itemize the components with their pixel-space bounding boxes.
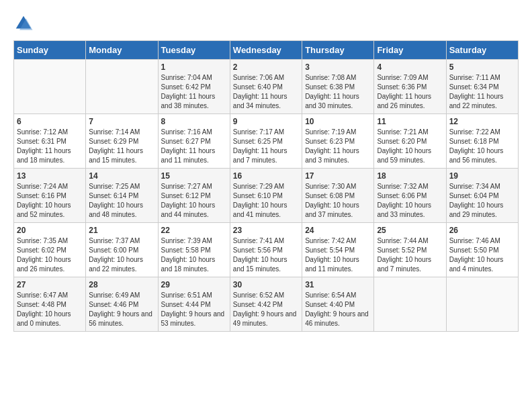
day-info: Sunrise: 7:06 AM Sunset: 6:40 PM Dayligh… — [233, 73, 299, 111]
day-number: 4 — [377, 62, 443, 72]
day-number: 20 — [17, 226, 83, 235]
calendar-cell: 13Sunrise: 7:24 AM Sunset: 6:16 PM Dayli… — [14, 169, 86, 223]
day-number: 8 — [161, 117, 227, 126]
day-number: 26 — [449, 226, 515, 235]
calendar-cell: 22Sunrise: 7:39 AM Sunset: 5:58 PM Dayli… — [158, 223, 230, 277]
day-number: 16 — [233, 171, 299, 181]
day-info: Sunrise: 7:14 AM Sunset: 6:29 PM Dayligh… — [89, 128, 154, 165]
calendar-cell: 30Sunrise: 6:52 AM Sunset: 4:42 PM Dayli… — [230, 277, 302, 332]
calendar-cell: 23Sunrise: 7:41 AM Sunset: 5:56 PM Dayli… — [230, 223, 302, 277]
header-cell-thursday: Thursday — [302, 41, 374, 60]
day-info: Sunrise: 7:32 AM Sunset: 6:06 PM Dayligh… — [377, 182, 443, 220]
day-number: 14 — [89, 171, 154, 181]
day-info: Sunrise: 7:39 AM Sunset: 5:58 PM Dayligh… — [161, 236, 227, 274]
calendar-cell: 9Sunrise: 7:17 AM Sunset: 6:25 PM Daylig… — [230, 114, 302, 169]
day-info: Sunrise: 7:44 AM Sunset: 5:52 PM Dayligh… — [377, 236, 443, 274]
header-row: SundayMondayTuesdayWednesdayThursdayFrid… — [14, 41, 519, 60]
calendar-cell: 19Sunrise: 7:34 AM Sunset: 6:04 PM Dayli… — [446, 169, 518, 223]
calendar-cell: 10Sunrise: 7:19 AM Sunset: 6:23 PM Dayli… — [302, 114, 374, 169]
day-info: Sunrise: 7:21 AM Sunset: 6:20 PM Dayligh… — [377, 128, 443, 165]
day-info: Sunrise: 7:41 AM Sunset: 5:56 PM Dayligh… — [233, 236, 299, 274]
header-cell-friday: Friday — [374, 41, 446, 60]
day-info: Sunrise: 6:54 AM Sunset: 4:40 PM Dayligh… — [305, 291, 371, 328]
header-cell-sunday: Sunday — [14, 41, 86, 60]
day-info: Sunrise: 7:17 AM Sunset: 6:25 PM Dayligh… — [233, 128, 299, 165]
calendar-cell: 11Sunrise: 7:21 AM Sunset: 6:20 PM Dayli… — [374, 114, 446, 169]
header-cell-tuesday: Tuesday — [158, 41, 230, 60]
day-number: 30 — [233, 280, 299, 289]
calendar-cell: 7Sunrise: 7:14 AM Sunset: 6:29 PM Daylig… — [86, 114, 158, 169]
day-number: 17 — [305, 171, 371, 181]
day-info: Sunrise: 7:37 AM Sunset: 6:00 PM Dayligh… — [89, 236, 154, 274]
day-info: Sunrise: 7:27 AM Sunset: 6:12 PM Dayligh… — [161, 182, 227, 220]
day-number: 22 — [161, 226, 227, 235]
logo-icon — [13, 13, 34, 34]
page-header — [13, 13, 519, 34]
day-info: Sunrise: 7:19 AM Sunset: 6:23 PM Dayligh… — [305, 128, 371, 165]
calendar-cell: 6Sunrise: 7:12 AM Sunset: 6:31 PM Daylig… — [14, 114, 86, 169]
calendar-table: SundayMondayTuesdayWednesdayThursdayFrid… — [13, 40, 519, 332]
day-number: 6 — [17, 117, 83, 126]
calendar-cell: 15Sunrise: 7:27 AM Sunset: 6:12 PM Dayli… — [158, 169, 230, 223]
day-info: Sunrise: 7:30 AM Sunset: 6:08 PM Dayligh… — [305, 182, 371, 220]
day-number: 7 — [89, 117, 154, 126]
day-info: Sunrise: 7:24 AM Sunset: 6:16 PM Dayligh… — [17, 182, 83, 220]
logo — [13, 13, 36, 34]
day-info: Sunrise: 7:35 AM Sunset: 6:02 PM Dayligh… — [17, 236, 83, 274]
calendar-cell: 24Sunrise: 7:42 AM Sunset: 5:54 PM Dayli… — [302, 223, 374, 277]
calendar-cell: 1Sunrise: 7:04 AM Sunset: 6:42 PM Daylig… — [158, 60, 230, 114]
calendar-cell — [86, 60, 158, 114]
header-cell-monday: Monday — [86, 41, 158, 60]
calendar-cell: 8Sunrise: 7:16 AM Sunset: 6:27 PM Daylig… — [158, 114, 230, 169]
calendar-cell: 12Sunrise: 7:22 AM Sunset: 6:18 PM Dayli… — [446, 114, 518, 169]
calendar-cell: 25Sunrise: 7:44 AM Sunset: 5:52 PM Dayli… — [374, 223, 446, 277]
day-number: 1 — [161, 62, 227, 72]
day-number: 9 — [233, 117, 299, 126]
calendar-cell — [374, 277, 446, 332]
day-info: Sunrise: 6:49 AM Sunset: 4:46 PM Dayligh… — [89, 291, 154, 328]
calendar-body: 1Sunrise: 7:04 AM Sunset: 6:42 PM Daylig… — [14, 60, 519, 332]
day-info: Sunrise: 7:09 AM Sunset: 6:36 PM Dayligh… — [377, 73, 443, 111]
calendar-cell — [446, 277, 518, 332]
day-number: 2 — [233, 62, 299, 72]
day-number: 31 — [305, 280, 371, 289]
header-cell-saturday: Saturday — [446, 41, 518, 60]
week-row-2: 6Sunrise: 7:12 AM Sunset: 6:31 PM Daylig… — [14, 114, 519, 169]
day-number: 29 — [161, 280, 227, 289]
day-number: 23 — [233, 226, 299, 235]
calendar-header: SundayMondayTuesdayWednesdayThursdayFrid… — [14, 41, 519, 60]
calendar-cell: 26Sunrise: 7:46 AM Sunset: 5:50 PM Dayli… — [446, 223, 518, 277]
calendar-cell: 4Sunrise: 7:09 AM Sunset: 6:36 PM Daylig… — [374, 60, 446, 114]
day-info: Sunrise: 7:25 AM Sunset: 6:14 PM Dayligh… — [89, 182, 154, 220]
day-info: Sunrise: 6:52 AM Sunset: 4:42 PM Dayligh… — [233, 291, 299, 328]
calendar-cell: 14Sunrise: 7:25 AM Sunset: 6:14 PM Dayli… — [86, 169, 158, 223]
day-number: 19 — [449, 171, 515, 181]
day-info: Sunrise: 7:11 AM Sunset: 6:34 PM Dayligh… — [449, 73, 515, 111]
calendar-cell: 16Sunrise: 7:29 AM Sunset: 6:10 PM Dayli… — [230, 169, 302, 223]
day-number: 13 — [17, 171, 83, 181]
calendar-cell: 29Sunrise: 6:51 AM Sunset: 4:44 PM Dayli… — [158, 277, 230, 332]
week-row-1: 1Sunrise: 7:04 AM Sunset: 6:42 PM Daylig… — [14, 60, 519, 114]
calendar-cell: 31Sunrise: 6:54 AM Sunset: 4:40 PM Dayli… — [302, 277, 374, 332]
day-number: 27 — [17, 280, 83, 289]
calendar-cell: 3Sunrise: 7:08 AM Sunset: 6:38 PM Daylig… — [302, 60, 374, 114]
day-info: Sunrise: 7:29 AM Sunset: 6:10 PM Dayligh… — [233, 182, 299, 220]
calendar-cell: 21Sunrise: 7:37 AM Sunset: 6:00 PM Dayli… — [86, 223, 158, 277]
week-row-4: 20Sunrise: 7:35 AM Sunset: 6:02 PM Dayli… — [14, 223, 519, 277]
day-info: Sunrise: 7:08 AM Sunset: 6:38 PM Dayligh… — [305, 73, 371, 111]
header-cell-wednesday: Wednesday — [230, 41, 302, 60]
day-number: 11 — [377, 117, 443, 126]
calendar-cell: 17Sunrise: 7:30 AM Sunset: 6:08 PM Dayli… — [302, 169, 374, 223]
day-number: 3 — [305, 62, 371, 72]
calendar-cell: 18Sunrise: 7:32 AM Sunset: 6:06 PM Dayli… — [374, 169, 446, 223]
day-info: Sunrise: 7:12 AM Sunset: 6:31 PM Dayligh… — [17, 128, 83, 165]
day-number: 15 — [161, 171, 227, 181]
day-info: Sunrise: 7:42 AM Sunset: 5:54 PM Dayligh… — [305, 236, 371, 274]
day-number: 10 — [305, 117, 371, 126]
day-info: Sunrise: 6:51 AM Sunset: 4:44 PM Dayligh… — [161, 291, 227, 328]
calendar-cell: 20Sunrise: 7:35 AM Sunset: 6:02 PM Dayli… — [14, 223, 86, 277]
day-number: 12 — [449, 117, 515, 126]
day-number: 18 — [377, 171, 443, 181]
day-info: Sunrise: 6:47 AM Sunset: 4:48 PM Dayligh… — [17, 291, 83, 328]
day-info: Sunrise: 7:16 AM Sunset: 6:27 PM Dayligh… — [161, 128, 227, 165]
